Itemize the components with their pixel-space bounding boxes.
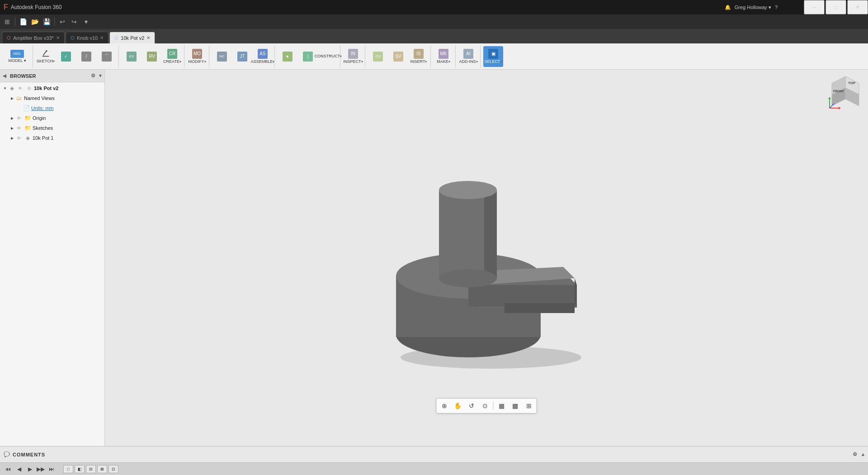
minimize-button[interactable]: ─ — [804, 0, 825, 14]
eye-icon-origin[interactable]: 👁 — [15, 114, 23, 122]
timeline-icon-2[interactable]: ◧ — [75, 465, 85, 473]
create-button[interactable]: CR CREATE▾ — [162, 46, 182, 67]
finish-sketch-button[interactable]: ✓ — [56, 46, 76, 67]
tab-label: Amplifier Box v33* — [13, 35, 54, 41]
pan-button[interactable]: ✋ — [452, 400, 464, 412]
timeline-tools: □ ◧ ⊟ ⊠ ⊡ — [63, 465, 118, 473]
insert-canvas[interactable]: CV — [368, 46, 388, 67]
user-dropdown-icon: ▾ — [769, 5, 771, 10]
assemble-button[interactable]: AS ASSEMBLE▾ — [253, 46, 273, 67]
make-icon: MK — [439, 49, 448, 59]
orbit-button[interactable]: ↺ — [465, 400, 478, 412]
addins-button[interactable]: AI ADD-INS▾ — [458, 46, 478, 67]
browser-settings-button[interactable]: ⚙ — [91, 73, 95, 79]
more-display-button[interactable]: ⊞ — [523, 400, 535, 412]
comments-expand-button[interactable]: ⚙ — [853, 451, 857, 457]
maximize-button[interactable]: □ — [826, 0, 846, 14]
tree-item-named-views[interactable]: ▶ 🗂 Named Views — [0, 93, 104, 103]
folder-icon-named-views: 🗂 — [15, 95, 23, 102]
play-end-button[interactable]: ⏭ — [47, 465, 56, 474]
create-label: CREATE▾ — [163, 60, 181, 64]
tab-knob[interactable]: ⬡ Knob v10 ✕ — [66, 32, 108, 43]
toolbar: MDL MODEL ▾ SKETCH▾ ✓ / ⌒ EX RV CR CREAT… — [0, 43, 868, 70]
tree-expand-root[interactable]: ▼ — [2, 85, 8, 91]
display-mode-button[interactable]: ▦ — [495, 400, 508, 412]
play-next-button[interactable]: ▶▶ — [36, 465, 45, 474]
undo-button[interactable]: ↩ — [57, 16, 68, 27]
tree-item-pot1[interactable]: ▶ 👁 ◈ 10k Pot 1 — [0, 133, 104, 143]
apps-grid-button[interactable]: ⊞ — [2, 16, 13, 27]
canvas-icon: CV — [373, 52, 383, 62]
play-prev-button[interactable]: ◀ — [14, 465, 24, 474]
insert-svg[interactable]: SV — [388, 46, 408, 67]
tree-expand-pot1[interactable]: ▶ — [9, 135, 15, 141]
modify-button[interactable]: MO MODIFY▾ — [187, 46, 207, 67]
make-button[interactable]: MK MAKE▾ — [434, 46, 453, 67]
close-button[interactable]: ✕ — [847, 0, 868, 14]
tab-10k-pot[interactable]: ⬡ 10k Pot v2 ✕ — [109, 32, 155, 43]
tree-item-units[interactable]: 📄 Units: mm — [0, 103, 104, 113]
user-name-label: Greg Holloway — [735, 5, 767, 10]
viewport[interactable]: TOP FRONT ⊕ ✋ ↺ ⊙ — [105, 70, 868, 446]
svg-marker-21 — [839, 107, 841, 109]
timeline-icon-5[interactable]: ⊡ — [108, 465, 118, 473]
tab-amplifier-box[interactable]: ⬡ Amplifier Box v33* ✕ — [2, 32, 65, 43]
tree-expand-sketches[interactable]: ▶ — [9, 125, 15, 131]
help-button[interactable]: ? — [775, 5, 778, 10]
tab-close-knob[interactable]: ✕ — [100, 35, 104, 40]
construct-plane[interactable]: ■ — [278, 46, 297, 67]
timeline-icon-3[interactable]: ⊟ — [86, 465, 96, 473]
browser-expand-icon[interactable]: ▾ — [99, 73, 102, 79]
insert-button[interactable]: IS INSERT▾ — [409, 46, 429, 67]
tree-item-root[interactable]: ▼ ◈ 👁 ⚙ 10k Pot v2 — [0, 83, 104, 93]
model-dropdown-button[interactable]: MDL MODEL ▾ — [4, 46, 31, 67]
playback-controls: ⏮ ◀ ▶ ▶▶ ⏭ — [4, 465, 56, 474]
tree-expand-origin[interactable]: ▶ — [9, 115, 15, 121]
sketch-icon — [41, 49, 50, 58]
eye-icon-root[interactable]: 👁 — [17, 85, 24, 92]
select-button[interactable]: ▣ SELECT▾ — [483, 46, 503, 67]
tree-item-origin[interactable]: ▶ 👁 📁 Origin — [0, 113, 104, 123]
open-file-button[interactable]: 📂 — [29, 16, 40, 27]
grid-button[interactable]: ▩ — [509, 400, 522, 412]
new-file-button[interactable]: 📄 — [18, 16, 28, 27]
play-play-button[interactable]: ▶ — [25, 465, 34, 474]
notification-button[interactable]: 🔔 — [725, 5, 731, 10]
create-extrude-button[interactable]: EX — [122, 46, 142, 67]
addins-group: AI ADD-INS▾ — [457, 45, 481, 68]
settings-icon-root[interactable]: ⚙ — [25, 85, 33, 92]
line-tool-button[interactable]: / — [76, 46, 96, 67]
svg-rect-0 — [42, 56, 49, 57]
comments-resize-icon[interactable]: ▴ — [862, 451, 864, 457]
tree-expand-named-views[interactable]: ▶ — [9, 95, 15, 101]
assemble-new-comp[interactable]: NC — [212, 46, 232, 67]
tree-expand-units — [16, 105, 23, 111]
construct-button[interactable]: CONSTRUCT▾ — [318, 46, 338, 67]
snap-button[interactable]: ⊕ — [438, 400, 451, 412]
play-start-button[interactable]: ⏮ — [4, 465, 13, 474]
assemble-joint[interactable]: JT — [232, 46, 252, 67]
more-qa-button[interactable]: ▾ — [80, 16, 91, 27]
main-area: ◀ BROWSER ⚙ ▾ ▼ ◈ 👁 ⚙ 10k Pot v2 ▶ 🗂 — [0, 70, 868, 475]
arc-tool-button[interactable]: ⌒ — [97, 46, 117, 67]
save-button[interactable]: 💾 — [41, 16, 52, 27]
eye-icon-pot1[interactable]: 👁 — [15, 134, 23, 142]
browser-collapse-icon[interactable]: ◀ — [3, 73, 6, 78]
modify-label: MODIFY▾ — [189, 60, 206, 64]
inspect-button[interactable]: IN INSPECT▾ — [343, 46, 363, 67]
zoom-fit-button[interactable]: ⊙ — [479, 400, 491, 412]
insert-label: INSERT▾ — [410, 60, 427, 64]
timeline-icon-rect[interactable]: □ — [63, 465, 73, 473]
browser-panel: ◀ BROWSER ⚙ ▾ ▼ ◈ 👁 ⚙ 10k Pot v2 ▶ 🗂 — [0, 70, 105, 446]
redo-button[interactable]: ↪ — [69, 16, 80, 27]
user-name-button[interactable]: Greg Holloway ▾ — [735, 5, 771, 10]
sketch-button[interactable]: SKETCH▾ — [36, 46, 56, 67]
sketch-group: SKETCH▾ ✓ / ⌒ — [34, 45, 119, 68]
tab-close-amplifier[interactable]: ✕ — [56, 35, 60, 40]
tab-close-10k-pot[interactable]: ✕ — [146, 35, 150, 40]
eye-icon-sketches[interactable]: 👁 — [15, 124, 23, 132]
tree-item-sketches[interactable]: ▶ 👁 📁 Sketches — [0, 123, 104, 133]
create-revolve-button[interactable]: RV — [142, 46, 162, 67]
svg-line-1 — [43, 51, 46, 55]
timeline-icon-4[interactable]: ⊠ — [97, 465, 107, 473]
